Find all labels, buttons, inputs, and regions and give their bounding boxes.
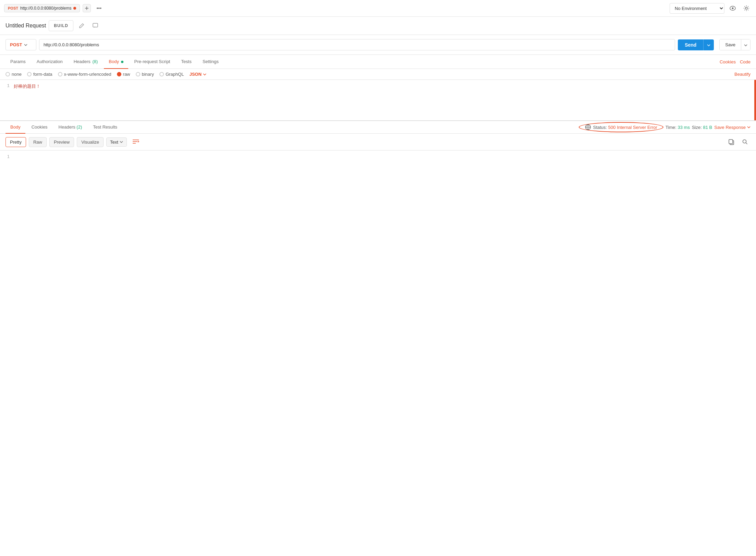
search-icon-button[interactable] [740,136,751,147]
beautify-button[interactable]: Beautify [734,72,751,77]
format-tab-preview[interactable]: Preview [49,137,74,147]
response-line-1: 1 [0,154,756,159]
radio-urlencoded [58,72,62,76]
send-button[interactable]: Send [678,39,703,50]
svg-rect-13 [729,140,733,144]
body-active-dot [121,61,123,63]
tab-body[interactable]: Body [104,55,128,69]
globe-icon [585,124,591,130]
tab-authorization[interactable]: Authorization [32,55,68,69]
radio-form-data [27,72,32,76]
size-display: Size: 81 B [692,125,712,130]
response-format-tabs: Pretty Raw Preview Visualize Text [0,134,756,150]
svg-point-3 [732,8,734,9]
format-tab-raw[interactable]: Raw [29,137,47,147]
response-tabs: Body Cookies Headers (2) Test Results St… [0,121,756,134]
radio-none [5,72,10,76]
time-display: Time: 33 ms [665,125,690,130]
text-format-label: Text [110,140,118,145]
svg-point-4 [745,7,747,9]
body-type-graphql[interactable]: GraphQL [159,72,184,77]
send-dropdown-button[interactable] [703,39,714,50]
response-tab-headers[interactable]: Headers (2) [54,121,87,134]
add-tab-button[interactable] [83,4,91,12]
edit-icon-button[interactable] [76,20,87,31]
status-value: 500 Internal Server Error [608,125,657,130]
tab-prerequest[interactable]: Pre-request Script [130,55,175,69]
body-type-binary[interactable]: binary [136,72,154,77]
send-button-group: Send [678,39,714,50]
method-select[interactable]: POST [5,39,36,50]
wrap-icon-button[interactable] [132,139,139,145]
more-tabs-button[interactable]: ••• [94,4,104,12]
request-title-bar: Untitled Request BUILD [0,17,756,35]
environment-select[interactable]: No Environment [670,3,724,14]
save-dropdown-button[interactable] [741,39,751,50]
body-type-urlencoded[interactable]: x-www-form-urlencoded [58,72,111,77]
tabs-right: Cookies Code [720,59,751,64]
response-status-area: Status: 500 Internal Server Error Time: … [579,122,751,132]
body-type-none[interactable]: none [5,72,22,77]
svg-line-15 [746,143,747,144]
svg-point-14 [743,140,746,143]
tab-headers[interactable]: Headers (8) [69,55,103,69]
status-ellipse: Status: 500 Internal Server Error [579,122,663,132]
format-right-actions [726,136,751,147]
settings-icon-button[interactable] [741,3,752,14]
code-line-1: 1 好棒的题目！ [0,83,756,89]
build-button[interactable]: BUILD [49,20,73,31]
save-response-button[interactable]: Save Response [714,125,751,130]
cookies-link[interactable]: Cookies [720,59,736,64]
tab-params[interactable]: Params [5,55,31,69]
method-label: POST [10,42,22,47]
response-content: 1 [0,150,756,162]
eye-icon-button[interactable] [727,3,738,14]
url-input[interactable] [39,39,675,50]
tab-url: http://0.0.0.0:8080/problems [20,6,71,11]
body-type-form-data[interactable]: form-data [27,72,52,77]
request-tab[interactable]: POST http://0.0.0.0:8080/problems [4,4,80,12]
tab-tests[interactable]: Tests [176,55,196,69]
body-type-tabs-right: Beautify [734,72,751,77]
body-type-raw[interactable]: raw [117,72,130,77]
radio-raw [117,72,121,76]
code-editor[interactable]: 1 好棒的题目！ [0,80,756,121]
body-type-tabs: none form-data x-www-form-urlencoded raw… [0,69,756,80]
svg-rect-5 [93,23,98,27]
code-link[interactable]: Code [740,59,751,64]
format-tab-pretty[interactable]: Pretty [5,137,26,147]
request-tabs: Params Authorization Headers (8) Body Pr… [0,55,756,69]
response-tab-test-results[interactable]: Test Results [88,121,122,134]
response-tab-cookies[interactable]: Cookies [27,121,52,134]
copy-icon-button[interactable] [726,136,737,147]
response-tab-body[interactable]: Body [5,121,25,134]
radio-binary [136,72,140,76]
tab-unsaved-dot [73,7,76,10]
radio-graphql [159,72,164,76]
title-icons: BUILD [49,20,101,31]
comment-icon-button[interactable] [90,20,101,31]
url-bar: POST Send Save [0,35,756,55]
save-button[interactable]: Save [719,39,741,50]
editor-scroll-bar[interactable] [754,80,756,120]
text-format-selector[interactable]: Text [106,137,127,147]
format-tab-visualize[interactable]: Visualize [77,137,104,147]
top-right-actions: No Environment [670,3,752,14]
save-button-group: Save [719,39,751,50]
request-title: Untitled Request [5,23,46,29]
tab-settings[interactable]: Settings [198,55,224,69]
top-bar: POST http://0.0.0.0:8080/problems ••• No… [0,0,756,17]
tab-method: POST [8,6,18,10]
code-content-1: 好棒的题目！ [14,83,40,89]
json-format-selector[interactable]: JSON [189,72,206,77]
